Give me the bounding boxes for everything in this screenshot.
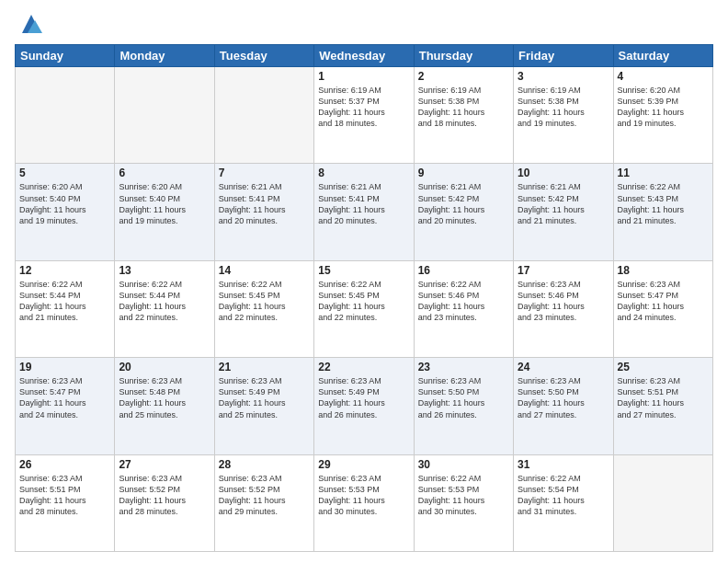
day-number: 16 xyxy=(418,264,509,277)
day-number: 24 xyxy=(518,361,609,373)
weekday-header-row: Sunday Monday Tuesday Wednesday Thursday… xyxy=(16,45,713,67)
table-row: 6Sunrise: 6:20 AM Sunset: 5:40 PM Daylig… xyxy=(115,164,214,260)
day-number: 12 xyxy=(19,264,110,277)
table-row: 2Sunrise: 6:19 AM Sunset: 5:38 PM Daylig… xyxy=(414,67,513,164)
day-number: 29 xyxy=(318,458,409,471)
day-info: Sunrise: 6:22 AM Sunset: 5:53 PM Dayligh… xyxy=(418,473,509,518)
day-info: Sunrise: 6:22 AM Sunset: 5:45 PM Dayligh… xyxy=(219,279,310,324)
day-info: Sunrise: 6:23 AM Sunset: 5:47 PM Dayligh… xyxy=(618,279,709,324)
day-number: 17 xyxy=(518,264,609,277)
day-number: 19 xyxy=(19,361,110,373)
day-info: Sunrise: 6:23 AM Sunset: 5:48 PM Dayligh… xyxy=(119,375,210,420)
day-info: Sunrise: 6:20 AM Sunset: 5:40 PM Dayligh… xyxy=(19,181,110,226)
day-info: Sunrise: 6:23 AM Sunset: 5:52 PM Dayligh… xyxy=(219,473,310,518)
day-number: 3 xyxy=(518,70,609,83)
table-row xyxy=(214,67,313,164)
table-row: 19Sunrise: 6:23 AM Sunset: 5:47 PM Dayli… xyxy=(16,358,115,454)
day-info: Sunrise: 6:22 AM Sunset: 5:43 PM Dayligh… xyxy=(618,181,709,226)
calendar-week-row: 26Sunrise: 6:23 AM Sunset: 5:51 PM Dayli… xyxy=(16,454,713,551)
table-row: 23Sunrise: 6:23 AM Sunset: 5:50 PM Dayli… xyxy=(414,358,513,454)
day-info: Sunrise: 6:23 AM Sunset: 5:53 PM Dayligh… xyxy=(318,473,409,518)
table-row: 22Sunrise: 6:23 AM Sunset: 5:49 PM Dayli… xyxy=(314,358,414,454)
table-row: 28Sunrise: 6:23 AM Sunset: 5:52 PM Dayli… xyxy=(214,454,313,551)
header-tuesday: Tuesday xyxy=(214,45,313,67)
table-row: 5Sunrise: 6:20 AM Sunset: 5:40 PM Daylig… xyxy=(16,164,115,260)
day-number: 8 xyxy=(318,167,409,179)
table-row: 8Sunrise: 6:21 AM Sunset: 5:41 PM Daylig… xyxy=(314,164,414,260)
day-info: Sunrise: 6:21 AM Sunset: 5:41 PM Dayligh… xyxy=(219,181,310,226)
table-row xyxy=(115,67,214,164)
header-saturday: Saturday xyxy=(613,45,712,67)
day-info: Sunrise: 6:22 AM Sunset: 5:45 PM Dayligh… xyxy=(318,279,409,324)
table-row xyxy=(16,67,115,164)
day-info: Sunrise: 6:23 AM Sunset: 5:49 PM Dayligh… xyxy=(318,375,409,420)
table-row: 3Sunrise: 6:19 AM Sunset: 5:38 PM Daylig… xyxy=(514,67,613,164)
table-row: 9Sunrise: 6:21 AM Sunset: 5:42 PM Daylig… xyxy=(414,164,513,260)
day-number: 22 xyxy=(318,361,409,373)
table-row: 16Sunrise: 6:22 AM Sunset: 5:46 PM Dayli… xyxy=(414,260,513,357)
header xyxy=(15,11,713,37)
table-row: 26Sunrise: 6:23 AM Sunset: 5:51 PM Dayli… xyxy=(16,454,115,551)
table-row: 14Sunrise: 6:22 AM Sunset: 5:45 PM Dayli… xyxy=(214,260,313,357)
page: Sunday Monday Tuesday Wednesday Thursday… xyxy=(0,0,728,563)
day-number: 31 xyxy=(518,458,609,471)
table-row: 20Sunrise: 6:23 AM Sunset: 5:48 PM Dayli… xyxy=(115,358,214,454)
day-number: 13 xyxy=(119,264,210,277)
day-info: Sunrise: 6:21 AM Sunset: 5:41 PM Dayligh… xyxy=(318,181,409,226)
calendar-table: Sunday Monday Tuesday Wednesday Thursday… xyxy=(15,44,713,552)
day-number: 4 xyxy=(618,70,709,83)
day-info: Sunrise: 6:20 AM Sunset: 5:39 PM Dayligh… xyxy=(618,85,709,130)
day-info: Sunrise: 6:23 AM Sunset: 5:50 PM Dayligh… xyxy=(418,375,509,420)
table-row: 21Sunrise: 6:23 AM Sunset: 5:49 PM Dayli… xyxy=(214,358,313,454)
day-number: 14 xyxy=(219,264,310,277)
day-info: Sunrise: 6:22 AM Sunset: 5:46 PM Dayligh… xyxy=(418,279,509,324)
day-number: 11 xyxy=(618,167,709,179)
table-row: 4Sunrise: 6:20 AM Sunset: 5:39 PM Daylig… xyxy=(613,67,712,164)
table-row xyxy=(613,454,712,551)
day-number: 1 xyxy=(318,70,409,83)
day-info: Sunrise: 6:22 AM Sunset: 5:54 PM Dayligh… xyxy=(518,473,609,518)
table-row: 31Sunrise: 6:22 AM Sunset: 5:54 PM Dayli… xyxy=(514,454,613,551)
day-number: 21 xyxy=(219,361,310,373)
day-number: 5 xyxy=(19,167,110,179)
day-info: Sunrise: 6:21 AM Sunset: 5:42 PM Dayligh… xyxy=(418,181,509,226)
day-info: Sunrise: 6:23 AM Sunset: 5:46 PM Dayligh… xyxy=(518,279,609,324)
day-info: Sunrise: 6:23 AM Sunset: 5:47 PM Dayligh… xyxy=(19,375,110,420)
table-row: 1Sunrise: 6:19 AM Sunset: 5:37 PM Daylig… xyxy=(314,67,414,164)
header-friday: Friday xyxy=(514,45,613,67)
table-row: 27Sunrise: 6:23 AM Sunset: 5:52 PM Dayli… xyxy=(115,454,214,551)
table-row: 12Sunrise: 6:22 AM Sunset: 5:44 PM Dayli… xyxy=(16,260,115,357)
header-sunday: Sunday xyxy=(16,45,115,67)
table-row: 7Sunrise: 6:21 AM Sunset: 5:41 PM Daylig… xyxy=(214,164,313,260)
day-info: Sunrise: 6:23 AM Sunset: 5:51 PM Dayligh… xyxy=(19,473,110,518)
day-number: 30 xyxy=(418,458,509,471)
day-number: 15 xyxy=(318,264,409,277)
day-info: Sunrise: 6:23 AM Sunset: 5:51 PM Dayligh… xyxy=(618,375,709,420)
calendar-week-row: 5Sunrise: 6:20 AM Sunset: 5:40 PM Daylig… xyxy=(16,164,713,260)
day-info: Sunrise: 6:22 AM Sunset: 5:44 PM Dayligh… xyxy=(19,279,110,324)
header-thursday: Thursday xyxy=(414,45,513,67)
calendar-week-row: 12Sunrise: 6:22 AM Sunset: 5:44 PM Dayli… xyxy=(16,260,713,357)
table-row: 25Sunrise: 6:23 AM Sunset: 5:51 PM Dayli… xyxy=(613,358,712,454)
table-row: 15Sunrise: 6:22 AM Sunset: 5:45 PM Dayli… xyxy=(314,260,414,357)
header-wednesday: Wednesday xyxy=(314,45,414,67)
table-row: 29Sunrise: 6:23 AM Sunset: 5:53 PM Dayli… xyxy=(314,454,414,551)
day-info: Sunrise: 6:20 AM Sunset: 5:40 PM Dayligh… xyxy=(119,181,210,226)
logo xyxy=(15,11,44,37)
day-number: 25 xyxy=(618,361,709,373)
day-info: Sunrise: 6:21 AM Sunset: 5:42 PM Dayligh… xyxy=(518,181,609,226)
day-number: 9 xyxy=(418,167,509,179)
day-info: Sunrise: 6:22 AM Sunset: 5:44 PM Dayligh… xyxy=(119,279,210,324)
calendar-week-row: 19Sunrise: 6:23 AM Sunset: 5:47 PM Dayli… xyxy=(16,358,713,454)
day-info: Sunrise: 6:19 AM Sunset: 5:38 PM Dayligh… xyxy=(418,85,509,130)
day-info: Sunrise: 6:23 AM Sunset: 5:52 PM Dayligh… xyxy=(119,473,210,518)
day-number: 18 xyxy=(618,264,709,277)
day-number: 20 xyxy=(119,361,210,373)
table-row: 11Sunrise: 6:22 AM Sunset: 5:43 PM Dayli… xyxy=(613,164,712,260)
logo-icon xyxy=(18,11,44,37)
day-number: 23 xyxy=(418,361,509,373)
calendar-week-row: 1Sunrise: 6:19 AM Sunset: 5:37 PM Daylig… xyxy=(16,67,713,164)
day-info: Sunrise: 6:23 AM Sunset: 5:49 PM Dayligh… xyxy=(219,375,310,420)
day-number: 2 xyxy=(418,70,509,83)
table-row: 24Sunrise: 6:23 AM Sunset: 5:50 PM Dayli… xyxy=(514,358,613,454)
